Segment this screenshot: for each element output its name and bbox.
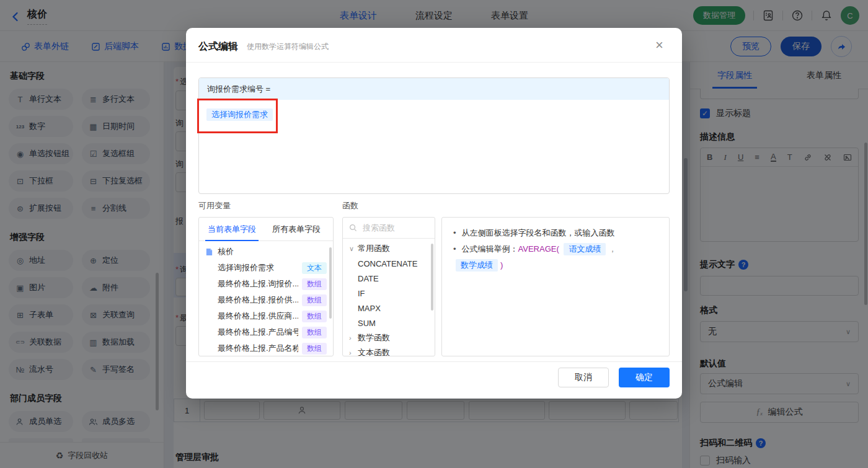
- formula-edit-modal: 公式编辑 使用数学运算符编辑公式 × 询报价需求编号 = 选择询报价需求 可用变…: [186, 28, 682, 399]
- func-item[interactable]: SUM: [343, 316, 435, 330]
- type-badge: 数组: [302, 327, 327, 338]
- chevron-right-icon: ›: [349, 334, 358, 342]
- modal-subtitle: 使用数学运算符编辑公式: [247, 42, 329, 52]
- variable-row[interactable]: 最终价格上报.供应商...数组: [199, 308, 333, 324]
- functions-panel: ∨常用函数 CONCATENATE DATE IF MAPX SUM ›数学函数…: [342, 217, 435, 356]
- variable-row[interactable]: 选择询报价需求文本: [199, 260, 333, 276]
- type-badge: 数组: [302, 278, 327, 290]
- variable-row[interactable]: 最终价格上报.询报价...数组: [199, 276, 333, 292]
- variable-row[interactable]: 最终价格上报.报价供...数组: [199, 292, 333, 308]
- func-group-math[interactable]: ›数学函数: [343, 330, 435, 345]
- close-icon[interactable]: ×: [655, 38, 663, 52]
- example-chip: 语文成绩: [564, 243, 606, 255]
- func-group-common[interactable]: ∨常用函数: [343, 241, 435, 256]
- func-group-text[interactable]: ›文本函数: [343, 345, 435, 356]
- chevron-right-icon: ›: [349, 349, 358, 356]
- form-file-icon: [205, 248, 213, 256]
- function-name: AVERAGE(: [518, 244, 559, 254]
- functions-label: 函数: [342, 200, 358, 211]
- func-item[interactable]: CONCATENATE: [343, 256, 435, 271]
- annotation-red-box: [197, 99, 278, 133]
- function-search-input[interactable]: [361, 223, 423, 233]
- variables-tabs: 当前表单字段 所有表单字段: [199, 218, 333, 241]
- func-item[interactable]: DATE: [343, 271, 435, 286]
- formula-editor: 询报价需求编号 = 选择询报价需求: [198, 77, 670, 194]
- search-icon: [349, 224, 357, 232]
- modal-title: 公式编辑: [198, 40, 238, 53]
- formula-target: 询报价需求编号 =: [199, 78, 669, 100]
- func-item[interactable]: IF: [343, 286, 435, 301]
- function-search[interactable]: [343, 218, 435, 239]
- modal-footer-divider: [186, 361, 682, 362]
- help-line-1: •从左侧面板选择字段名和函数，或输入函数: [453, 225, 658, 241]
- chevron-down-icon: ∨: [349, 245, 358, 253]
- variables-label: 可用变量: [198, 200, 231, 211]
- variable-row[interactable]: 最终价格上报.产品编号数组: [199, 324, 333, 340]
- confirm-button[interactable]: 确定: [619, 368, 670, 387]
- tab-all-form-fields[interactable]: 所有表单字段: [272, 218, 321, 241]
- variables-panel: 当前表单字段 所有表单字段 核价 选择询报价需求文本 最终价格上报.询报价...…: [198, 217, 334, 356]
- help-panel: •从左侧面板选择字段名和函数，或输入函数 •公式编辑举例：AVERAGE( 语文…: [441, 217, 670, 356]
- type-badge: 数组: [302, 343, 327, 355]
- type-badge: 文本: [302, 262, 327, 274]
- type-badge: 数组: [302, 311, 327, 322]
- example-chip: 数学成绩: [456, 259, 498, 272]
- tab-current-form-fields[interactable]: 当前表单字段: [208, 218, 256, 241]
- tree-root-row[interactable]: 核价: [199, 244, 333, 260]
- cancel-button[interactable]: 取消: [558, 368, 609, 387]
- variables-scrollbar[interactable]: [329, 247, 332, 319]
- variable-row[interactable]: 最终价格上报.产品名称数组: [199, 340, 333, 356]
- app-screen: 核价 表单设计 流程设定 表单设置 数据管理: [0, 0, 868, 468]
- help-line-2: •公式编辑举例：AVERAGE( 语文成绩， 数学成绩): [453, 241, 658, 273]
- modal-header-divider: [186, 62, 682, 63]
- type-badge: 数组: [302, 294, 327, 306]
- func-item[interactable]: MAPX: [343, 301, 435, 316]
- functions-scrollbar[interactable]: [431, 244, 433, 311]
